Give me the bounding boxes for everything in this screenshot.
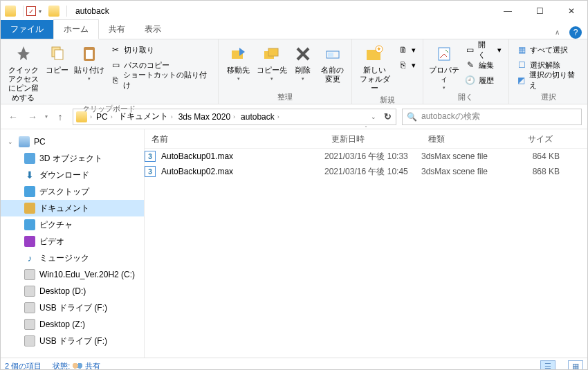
- breadcrumb-item[interactable]: PC›: [93, 109, 116, 124]
- view-details-button[interactable]: ☰: [540, 360, 555, 371]
- recent-dropdown-icon[interactable]: ▾: [45, 113, 48, 120]
- tab-share[interactable]: 共有: [99, 20, 135, 39]
- svg-rect-1: [55, 50, 63, 59]
- address-dropdown-icon[interactable]: ⌄: [371, 113, 376, 120]
- chevron-down-icon[interactable]: ⌄: [8, 138, 15, 145]
- status-bar: 2 個の項目 状態: 共有 ☰ ▦: [1, 358, 587, 370]
- rename-button[interactable]: 名前の 変更: [318, 41, 347, 84]
- maximize-button[interactable]: ☐: [524, 1, 555, 21]
- pin-icon: [13, 44, 34, 64]
- tree-item[interactable]: ドキュメント: [1, 200, 144, 216]
- help-button[interactable]: ?: [569, 26, 582, 39]
- minimize-button[interactable]: ―: [492, 1, 524, 21]
- new-item-button[interactable]: 🗎▾: [395, 42, 419, 57]
- copy-button[interactable]: コピー: [44, 41, 71, 75]
- group-open: プロパティ▾ ▭開く▾ ✎編集 🕘履歴 開く: [423, 39, 509, 104]
- group-new: ✦ 新しい フォルダー 🗎▾ ⎘▾ 新規: [352, 39, 423, 104]
- properties-icon: [434, 44, 454, 64]
- newitem-icon: 🗎: [398, 44, 409, 55]
- tree-item[interactable]: 3D オブジェクト: [1, 150, 144, 167]
- tab-home[interactable]: ホーム: [53, 19, 99, 39]
- tree-item[interactable]: USB ドライブ (F:): [1, 299, 144, 316]
- chevron-right-icon[interactable]: ›: [111, 113, 113, 120]
- breadcrumb-item[interactable]: autoback›: [238, 109, 282, 124]
- back-button[interactable]: ←: [6, 111, 20, 122]
- cut-button[interactable]: ✂切り取り: [107, 42, 214, 57]
- chevron-down-icon: ▾: [88, 76, 91, 82]
- people-icon: [72, 362, 83, 370]
- paste-icon: [79, 44, 100, 64]
- pin-quickaccess-button[interactable]: クイック アクセス にピン留めする: [5, 41, 42, 102]
- file-row[interactable]: 3AutoBackup02.max2021/03/16 午後 10:453dsM…: [145, 164, 587, 179]
- file-row[interactable]: 3AutoBackup01.max2021/03/16 午後 10:333dsM…: [145, 149, 587, 164]
- svg-text:✦: ✦: [376, 46, 382, 53]
- tree-item[interactable]: ♪ミュージック: [1, 250, 144, 266]
- drive-icon: [24, 319, 35, 330]
- close-button[interactable]: ✕: [555, 1, 587, 21]
- properties-button[interactable]: プロパティ▾: [428, 41, 461, 91]
- copyto-button[interactable]: コピー先▾: [256, 41, 288, 82]
- search-input[interactable]: 🔍 autobackの検索: [402, 109, 582, 125]
- tree-item[interactable]: Desktop (D:): [1, 283, 144, 299]
- tree-root-pc[interactable]: ⌄ PC: [1, 133, 144, 150]
- sort-indicator-icon: ˄: [145, 125, 587, 131]
- moveto-button[interactable]: 移動先▾: [223, 41, 255, 82]
- open-icon: ▭: [465, 44, 475, 55]
- easy-access-button[interactable]: ⎘▾: [395, 57, 419, 73]
- qat-properties-icon[interactable]: ✓: [26, 6, 36, 16]
- breadcrumb-item[interactable]: 3ds Max 2020›: [176, 109, 238, 124]
- drive-icon: [24, 302, 35, 313]
- address-bar[interactable]: › PC›ドキュメント›3ds Max 2020›autoback› ⌄ ↻: [73, 109, 396, 125]
- drive-icon: [24, 335, 35, 346]
- group-label: 開く: [428, 91, 504, 104]
- qat-dropdown-icon[interactable]: ▾: [39, 8, 42, 15]
- history-button[interactable]: 🕘履歴: [462, 73, 504, 88]
- main: ⌄ PC 3D オブジェクト⬇ダウンロードデスクトップドキュメントピクチャビデオ…: [1, 129, 587, 358]
- delete-button[interactable]: 削除▾: [289, 41, 317, 82]
- search-icon: 🔍: [407, 112, 417, 122]
- up-button[interactable]: ↑: [53, 111, 67, 122]
- chevron-right-icon[interactable]: ›: [233, 113, 235, 120]
- tab-file[interactable]: ファイル: [1, 20, 53, 39]
- tree-item[interactable]: ピクチャ: [1, 216, 144, 233]
- tree-item[interactable]: Win10.Edu_Ver.20H2 (C:): [1, 266, 144, 283]
- col-name[interactable]: 名前: [145, 133, 324, 145]
- forward-button[interactable]: →: [26, 111, 39, 122]
- view-large-button[interactable]: ▦: [568, 360, 583, 371]
- select-invert-button[interactable]: ◩選択の切り替え: [513, 73, 583, 88]
- tree-item[interactable]: USB ドライブ (F:): [1, 333, 144, 349]
- col-type[interactable]: 種類: [421, 133, 504, 145]
- tree-item[interactable]: Desktop (Z:): [1, 316, 144, 333]
- paste-shortcut-button[interactable]: ⎘ショートカットの貼り付け: [107, 73, 214, 88]
- file-list: ˄ 名前 更新日時 種類 サイズ 3AutoBackup01.max2021/0…: [145, 129, 587, 358]
- paste-button[interactable]: 貼り付け ▾: [73, 41, 106, 82]
- tab-view[interactable]: 表示: [135, 20, 171, 39]
- drive-icon: [24, 269, 35, 280]
- edit-button[interactable]: ✎編集: [462, 57, 504, 73]
- copyto-icon: [261, 44, 282, 64]
- pic-icon: [24, 219, 35, 230]
- status-state: 状態: 共有: [53, 361, 100, 370]
- select-all-button[interactable]: ▦すべて選択: [513, 42, 583, 57]
- history-icon: 🕘: [465, 75, 476, 86]
- new-folder-icon: ✦: [365, 44, 385, 64]
- max-file-icon: 3: [145, 151, 156, 162]
- col-size[interactable]: サイズ: [504, 133, 560, 145]
- svg-rect-3: [86, 50, 93, 59]
- tree-item[interactable]: ビデオ: [1, 233, 144, 250]
- tree-item[interactable]: ⬇ダウンロード: [1, 167, 144, 183]
- nav-tree[interactable]: ⌄ PC 3D オブジェクト⬇ダウンロードデスクトップドキュメントピクチャビデオ…: [1, 129, 145, 358]
- new-folder-button[interactable]: ✦ 新しい フォルダー: [356, 41, 394, 93]
- open-button[interactable]: ▭開く▾: [462, 42, 504, 57]
- col-date[interactable]: 更新日時: [324, 133, 421, 145]
- ribbon: クイック アクセス にピン留めする コピー 貼り付け ▾ ✂切り取り ▭パスのコ…: [1, 39, 587, 104]
- chevron-right-icon[interactable]: ›: [171, 113, 173, 120]
- window-title: autoback: [75, 6, 109, 16]
- ribbon-collapse-icon[interactable]: ∧: [551, 26, 564, 39]
- music-icon: ♪: [24, 252, 35, 263]
- breadcrumb-item[interactable]: ドキュメント›: [116, 109, 176, 124]
- chevron-right-icon[interactable]: ›: [277, 113, 279, 120]
- chevron-right-icon[interactable]: ›: [90, 113, 92, 120]
- tree-item[interactable]: デスクトップ: [1, 183, 144, 200]
- refresh-button[interactable]: ↻: [384, 111, 392, 122]
